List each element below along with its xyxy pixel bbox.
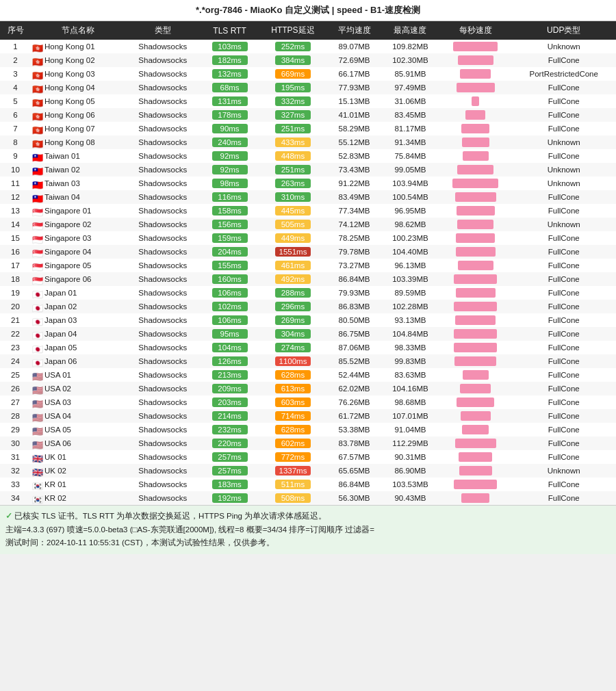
cell-type: Shadowsocks (125, 81, 201, 94)
https-badge: 628ms (275, 370, 311, 380)
speed-bar (456, 233, 495, 243)
tls-badge: 203ms (212, 397, 248, 407)
title-bar: *.*org-7846 - MiaoKo 自定义测试 | speed - B1-… (0, 0, 616, 21)
speed-bar-container (442, 439, 509, 448)
tls-badge: 232ms (212, 425, 248, 434)
cell-id: 7 (0, 122, 31, 135)
https-badge: 269ms (275, 315, 311, 325)
cell-udp: Unknown (511, 163, 616, 177)
tls-badge: 106ms (212, 288, 248, 298)
cell-bar (439, 313, 512, 327)
table-row: 34 🇰🇷KR 02 Shadowsocks 192ms 508ms 56.30… (0, 491, 616, 505)
cell-max: 100.23MB (381, 231, 439, 245)
cell-https: 1100ms (259, 354, 327, 368)
speed-bar-container (442, 329, 509, 339)
cell-avg: 62.02MB (327, 382, 381, 395)
cell-avg: 65.65MB (327, 464, 381, 478)
cell-id: 3 (0, 67, 31, 81)
speed-bar (461, 493, 489, 503)
https-badge: 669ms (275, 69, 311, 79)
https-badge: 251ms (275, 165, 311, 174)
cell-tls: 220ms (201, 436, 258, 450)
flag-icon: 🇭🇰 (32, 98, 43, 105)
cell-udp: Unknown (511, 135, 616, 149)
cell-name: 🇰🇷KR 01 (31, 478, 125, 491)
cell-udp: PortRestrictedCone (511, 67, 616, 81)
speed-bar (453, 42, 498, 51)
cell-bar (439, 177, 512, 190)
flag-icon: 🇰🇷 (32, 495, 43, 502)
flag-icon: 🇸🇬 (32, 276, 43, 283)
table-row: 5 🇭🇰Hong Kong 05 Shadowsocks 131ms 332ms… (0, 94, 616, 108)
col-header-type: 类型 (125, 21, 201, 40)
speed-bar (460, 69, 491, 79)
https-badge: 384ms (275, 55, 311, 65)
cell-name: 🇬🇧UK 02 (31, 464, 125, 478)
cell-tls: 214ms (201, 409, 258, 423)
cell-id: 1 (0, 40, 31, 53)
tls-badge: 182ms (212, 55, 248, 65)
cell-tls: 182ms (201, 53, 258, 67)
cell-max: 103.39MB (381, 272, 439, 286)
cell-bar (439, 218, 512, 231)
cell-avg: 79.93MB (327, 286, 381, 300)
cell-udp: FullCone (511, 300, 616, 313)
speed-bar-container (442, 124, 509, 133)
speed-bar (462, 138, 489, 147)
speed-bar-container (442, 261, 509, 270)
cell-https: 511ms (259, 478, 327, 491)
cell-type: Shadowsocks (125, 409, 201, 423)
cell-avg: 15.13MB (327, 94, 381, 108)
cell-https: 628ms (259, 423, 327, 436)
speed-bar-container (442, 233, 509, 243)
table-row: 21 🇯🇵Japan 03 Shadowsocks 106ms 269ms 80… (0, 313, 616, 327)
cell-max: 99.83MB (381, 354, 439, 368)
cell-udp: Unknown (511, 218, 616, 231)
cell-bar (439, 409, 512, 423)
https-badge: 1551ms (275, 247, 311, 257)
table-row: 13 🇸🇬Singapore 01 Shadowsocks 158ms 445m… (0, 204, 616, 218)
cell-name: 🇸🇬Singapore 01 (31, 204, 125, 218)
col-header-https: HTTPS延迟 (259, 21, 327, 40)
speed-bar (457, 206, 495, 216)
cell-max: 98.68MB (381, 395, 439, 409)
speed-bar (455, 192, 496, 202)
main-container: *.*org-7846 - MiaoKo 自定义测试 | speed - B1-… (0, 0, 616, 554)
table-row: 24 🇯🇵Japan 06 Shadowsocks 126ms 1100ms 8… (0, 354, 616, 368)
table-row: 7 🇭🇰Hong Kong 07 Shadowsocks 90ms 251ms … (0, 122, 616, 135)
cell-name: 🇹🇼Taiwan 04 (31, 190, 125, 204)
flag-icon: 🇭🇰 (32, 112, 43, 119)
cell-avg: 73.27MB (327, 259, 381, 272)
flag-icon: 🇹🇼 (32, 166, 43, 174)
cell-udp: Unknown (511, 40, 616, 53)
cell-name: 🇸🇬Singapore 04 (31, 245, 125, 259)
cell-udp: FullCone (511, 108, 616, 122)
cell-type: Shadowsocks (125, 382, 201, 395)
col-header-id: 序号 (0, 21, 31, 40)
cell-type: Shadowsocks (125, 177, 201, 190)
https-badge: 1337ms (275, 466, 311, 475)
table-row: 6 🇭🇰Hong Kong 06 Shadowsocks 178ms 327ms… (0, 108, 616, 122)
cell-type: Shadowsocks (125, 436, 201, 450)
speed-bar-container (442, 138, 509, 147)
cell-id: 14 (0, 218, 31, 231)
cell-type: Shadowsocks (125, 245, 201, 259)
tls-badge: 106ms (212, 315, 248, 325)
tls-badge: 132ms (212, 69, 248, 79)
cell-udp: FullCone (511, 423, 616, 436)
speed-bar (457, 220, 493, 229)
table-row: 23 🇯🇵Japan 05 Shadowsocks 104ms 274ms 87… (0, 341, 616, 354)
cell-udp: Unknown (511, 177, 616, 190)
cell-https: 508ms (259, 491, 327, 505)
cell-bar (439, 245, 512, 259)
cell-type: Shadowsocks (125, 149, 201, 163)
table-row: 18 🇸🇬Singapore 06 Shadowsocks 160ms 492m… (0, 272, 616, 286)
cell-avg: 76.26MB (327, 395, 381, 409)
cell-https: 269ms (259, 313, 327, 327)
cell-name: 🇯🇵Japan 04 (31, 327, 125, 341)
cell-https: 251ms (259, 163, 327, 177)
speed-bar-container (442, 343, 509, 352)
cell-bar (439, 354, 512, 368)
cell-type: Shadowsocks (125, 67, 201, 81)
cell-max: 96.13MB (381, 259, 439, 272)
